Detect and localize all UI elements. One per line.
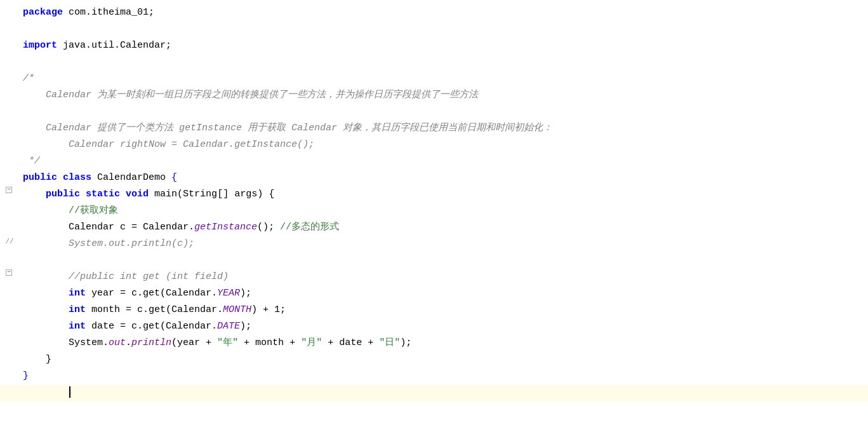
line-content-7: [18, 104, 868, 119]
line-content-15: System.out.println(c);: [18, 236, 868, 252]
line-content-13: //获取对象: [18, 203, 868, 219]
fold-icon-12[interactable]: −: [6, 187, 12, 193]
line-content-14: Calendar c = Calendar.getInstance(); //多…: [18, 220, 868, 235]
code-line-7: [0, 104, 868, 121]
code-line-16: [0, 253, 868, 269]
line-content-5: /*: [18, 71, 868, 86]
code-line-13: //获取对象: [0, 203, 868, 220]
code-line-9: Calendar rightNow = Calendar.getInstance…: [0, 137, 868, 154]
code-editor: package com.itheima_01; import java.util…: [0, 0, 868, 434]
line-content-10: */: [18, 154, 868, 169]
line-content-21: System.out.println(year + "年" + month + …: [18, 336, 868, 351]
code-line-4: [0, 55, 868, 71]
code-line-6: Calendar 为某一时刻和一组日历字段之间的转换提供了一些方法，并为操作日历…: [0, 88, 868, 104]
line-content-1: package com.itheima_01;: [18, 5, 868, 20]
line-gutter-15: //: [0, 236, 18, 248]
code-line-15: // System.out.println(c);: [0, 236, 868, 253]
line-gutter-17: −: [0, 269, 18, 276]
code-line-1: package com.itheima_01;: [0, 5, 868, 22]
code-line-8: Calendar 提供了一个类方法 getInstance 用于获取 Calen…: [0, 121, 868, 137]
code-line-20: int date = c.get(Calendar.DATE);: [0, 319, 868, 336]
line-content-9: Calendar rightNow = Calendar.getInstance…: [18, 137, 868, 153]
code-line-17: − //public int get (int field): [0, 269, 868, 286]
line-content-18: int year = c.get(Calendar.YEAR);: [18, 286, 868, 301]
code-line-11: public class CalendarDemo {: [0, 170, 868, 187]
code-line-18: int year = c.get(Calendar.YEAR);: [0, 286, 868, 302]
line-content-6: Calendar 为某一时刻和一组日历字段之间的转换提供了一些方法，并为操作日历…: [18, 88, 868, 103]
line-content-20: int date = c.get(Calendar.DATE);: [18, 319, 868, 334]
code-line-14: Calendar c = Calendar.getInstance(); //多…: [0, 220, 868, 236]
line-content-12: public static void main(String[] args) {: [18, 187, 868, 202]
line-content-3: import java.util.Calendar;: [18, 38, 868, 53]
line-content-16: [18, 253, 868, 268]
line-content-4: [18, 55, 868, 70]
code-line-5: /*: [0, 71, 868, 88]
line-content-24: [18, 385, 868, 400]
code-line-2: [0, 22, 868, 38]
code-line-19: int month = c.get(Calendar.MONTH) + 1;: [0, 302, 868, 319]
code-line-21: System.out.println(year + "年" + month + …: [0, 336, 868, 352]
line-content-8: Calendar 提供了一个类方法 getInstance 用于获取 Calen…: [18, 121, 868, 136]
code-line-24: [0, 385, 868, 402]
fold-icon-17[interactable]: −: [6, 269, 12, 276]
line-content-19: int month = c.get(Calendar.MONTH) + 1;: [18, 302, 868, 318]
line-gutter-12: −: [0, 187, 18, 193]
line-content-2: [18, 22, 868, 37]
line-content-22: }: [18, 352, 868, 367]
code-line-10: */: [0, 154, 868, 170]
code-line-3: import java.util.Calendar;: [0, 38, 868, 55]
code-line-22: }: [0, 352, 868, 369]
line-content-11: public class CalendarDemo {: [18, 170, 868, 186]
line-content-23: }: [18, 369, 868, 384]
line-content-17: //public int get (int field): [18, 269, 868, 285]
code-line-12: − public static void main(String[] args)…: [0, 187, 868, 203]
text-cursor: [69, 386, 70, 398]
code-line-23: }: [0, 369, 868, 385]
